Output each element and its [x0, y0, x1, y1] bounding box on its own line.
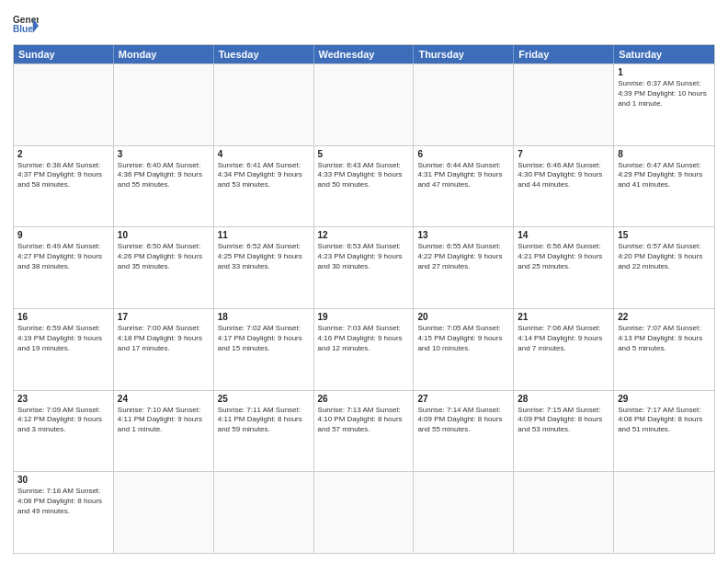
calendar-body: 1Sunrise: 6:37 AM Sunset: 4:39 PM Daylig… [14, 63, 714, 553]
day-info: Sunrise: 6:46 AM Sunset: 4:30 PM Dayligh… [518, 161, 609, 190]
day-number: 22 [618, 312, 711, 322]
day-number: 19 [318, 312, 410, 322]
day-info: Sunrise: 7:07 AM Sunset: 4:13 PM Dayligh… [618, 324, 711, 353]
calendar-day-cell: 24Sunrise: 7:10 AM Sunset: 4:11 PM Dayli… [114, 391, 214, 472]
calendar-header: SundayMondayTuesdayWednesdayThursdayFrid… [14, 45, 714, 63]
calendar-day-cell [414, 472, 514, 553]
day-number: 15 [618, 230, 711, 240]
calendar-day-cell: 2Sunrise: 6:38 AM Sunset: 4:37 PM Daylig… [14, 146, 114, 227]
day-number: 5 [318, 149, 410, 159]
calendar-day-cell: 3Sunrise: 6:40 AM Sunset: 4:36 PM Daylig… [114, 146, 214, 227]
day-info: Sunrise: 6:43 AM Sunset: 4:33 PM Dayligh… [318, 161, 410, 190]
day-number: 7 [518, 149, 609, 159]
calendar-day-cell [14, 64, 114, 145]
svg-text:Blue: Blue [13, 24, 33, 34]
day-info: Sunrise: 6:44 AM Sunset: 4:31 PM Dayligh… [417, 161, 509, 190]
calendar-day-cell: 18Sunrise: 7:02 AM Sunset: 4:17 PM Dayli… [214, 309, 314, 390]
calendar-day-cell: 20Sunrise: 7:05 AM Sunset: 4:15 PM Dayli… [414, 309, 514, 390]
day-number: 17 [118, 312, 210, 322]
day-number: 8 [618, 149, 711, 159]
calendar-day-cell: 28Sunrise: 7:15 AM Sunset: 4:09 PM Dayli… [514, 391, 614, 472]
calendar-day-cell: 21Sunrise: 7:06 AM Sunset: 4:14 PM Dayli… [514, 309, 614, 390]
calendar-week-row: 1Sunrise: 6:37 AM Sunset: 4:39 PM Daylig… [14, 63, 714, 145]
calendar-day-cell [614, 472, 714, 553]
day-number: 2 [17, 149, 109, 159]
day-info: Sunrise: 7:14 AM Sunset: 4:09 PM Dayligh… [417, 406, 509, 435]
calendar-day-cell [514, 472, 614, 553]
calendar-day-cell: 27Sunrise: 7:14 AM Sunset: 4:09 PM Dayli… [414, 391, 514, 472]
calendar-day-cell [314, 472, 415, 553]
calendar: SundayMondayTuesdayWednesdayThursdayFrid… [13, 44, 715, 554]
day-number: 20 [417, 312, 509, 322]
calendar-day-cell: 9Sunrise: 6:49 AM Sunset: 4:27 PM Daylig… [14, 227, 114, 308]
calendar-day-cell: 5Sunrise: 6:43 AM Sunset: 4:33 PM Daylig… [314, 146, 415, 227]
day-info: Sunrise: 6:52 AM Sunset: 4:25 PM Dayligh… [218, 242, 310, 271]
day-number: 9 [17, 230, 109, 240]
day-of-week-header: Tuesday [214, 45, 314, 63]
calendar-day-cell: 10Sunrise: 6:50 AM Sunset: 4:26 PM Dayli… [114, 227, 214, 308]
calendar-day-cell [514, 64, 614, 145]
day-info: Sunrise: 6:59 AM Sunset: 4:19 PM Dayligh… [17, 324, 109, 353]
day-number: 1 [618, 67, 711, 77]
calendar-day-cell: 13Sunrise: 6:55 AM Sunset: 4:22 PM Dayli… [414, 227, 514, 308]
calendar-day-cell [214, 472, 314, 553]
day-number: 26 [318, 394, 410, 404]
calendar-week-row: 9Sunrise: 6:49 AM Sunset: 4:27 PM Daylig… [14, 226, 714, 308]
calendar-day-cell: 12Sunrise: 6:53 AM Sunset: 4:23 PM Dayli… [314, 227, 415, 308]
day-number: 11 [218, 230, 310, 240]
header: General Blue [13, 9, 715, 39]
day-number: 6 [417, 149, 509, 159]
day-of-week-header: Monday [114, 45, 214, 63]
page: General Blue SundayMondayTuesdayWednesda… [0, 0, 728, 563]
day-info: Sunrise: 7:10 AM Sunset: 4:11 PM Dayligh… [118, 406, 210, 435]
day-info: Sunrise: 7:13 AM Sunset: 4:10 PM Dayligh… [318, 406, 410, 435]
calendar-day-cell: 6Sunrise: 6:44 AM Sunset: 4:31 PM Daylig… [414, 146, 514, 227]
day-info: Sunrise: 7:09 AM Sunset: 4:12 PM Dayligh… [17, 406, 109, 435]
calendar-day-cell: 1Sunrise: 6:37 AM Sunset: 4:39 PM Daylig… [614, 64, 714, 145]
calendar-day-cell: 11Sunrise: 6:52 AM Sunset: 4:25 PM Dayli… [214, 227, 314, 308]
day-info: Sunrise: 6:50 AM Sunset: 4:26 PM Dayligh… [118, 242, 210, 271]
day-info: Sunrise: 6:47 AM Sunset: 4:29 PM Dayligh… [618, 161, 711, 190]
day-info: Sunrise: 6:49 AM Sunset: 4:27 PM Dayligh… [17, 242, 109, 271]
calendar-day-cell: 7Sunrise: 6:46 AM Sunset: 4:30 PM Daylig… [514, 146, 614, 227]
calendar-day-cell: 17Sunrise: 7:00 AM Sunset: 4:18 PM Dayli… [114, 309, 214, 390]
day-number: 12 [318, 230, 410, 240]
day-number: 10 [118, 230, 210, 240]
day-number: 14 [518, 230, 609, 240]
day-info: Sunrise: 6:55 AM Sunset: 4:22 PM Dayligh… [417, 242, 509, 271]
day-of-week-header: Sunday [14, 45, 114, 63]
day-number: 29 [618, 394, 711, 404]
day-info: Sunrise: 7:15 AM Sunset: 4:09 PM Dayligh… [518, 406, 609, 435]
day-info: Sunrise: 6:53 AM Sunset: 4:23 PM Dayligh… [318, 242, 410, 271]
day-info: Sunrise: 7:06 AM Sunset: 4:14 PM Dayligh… [518, 324, 609, 353]
day-number: 25 [218, 394, 310, 404]
day-of-week-header: Saturday [614, 45, 714, 63]
day-number: 4 [218, 149, 310, 159]
calendar-day-cell: 25Sunrise: 7:11 AM Sunset: 4:11 PM Dayli… [214, 391, 314, 472]
calendar-day-cell [114, 64, 214, 145]
calendar-day-cell: 4Sunrise: 6:41 AM Sunset: 4:34 PM Daylig… [214, 146, 314, 227]
day-of-week-header: Wednesday [314, 45, 415, 63]
day-info: Sunrise: 7:00 AM Sunset: 4:18 PM Dayligh… [118, 324, 210, 353]
calendar-day-cell [214, 64, 314, 145]
calendar-week-row: 16Sunrise: 6:59 AM Sunset: 4:19 PM Dayli… [14, 308, 714, 390]
day-info: Sunrise: 7:11 AM Sunset: 4:11 PM Dayligh… [218, 406, 310, 435]
day-of-week-header: Thursday [414, 45, 514, 63]
calendar-day-cell: 19Sunrise: 7:03 AM Sunset: 4:16 PM Dayli… [314, 309, 415, 390]
day-number: 18 [218, 312, 310, 322]
calendar-day-cell: 30Sunrise: 7:18 AM Sunset: 4:08 PM Dayli… [14, 472, 114, 553]
calendar-day-cell [314, 64, 415, 145]
day-number: 24 [118, 394, 210, 404]
calendar-day-cell: 8Sunrise: 6:47 AM Sunset: 4:29 PM Daylig… [614, 146, 714, 227]
calendar-day-cell [414, 64, 514, 145]
day-info: Sunrise: 6:38 AM Sunset: 4:37 PM Dayligh… [17, 161, 109, 190]
day-number: 21 [518, 312, 609, 322]
day-info: Sunrise: 7:05 AM Sunset: 4:15 PM Dayligh… [417, 324, 509, 353]
day-info: Sunrise: 6:41 AM Sunset: 4:34 PM Dayligh… [218, 161, 310, 190]
calendar-week-row: 30Sunrise: 7:18 AM Sunset: 4:08 PM Dayli… [14, 471, 714, 553]
day-info: Sunrise: 7:03 AM Sunset: 4:16 PM Dayligh… [318, 324, 410, 353]
calendar-week-row: 2Sunrise: 6:38 AM Sunset: 4:37 PM Daylig… [14, 145, 714, 227]
day-number: 16 [17, 312, 109, 322]
day-number: 28 [518, 394, 609, 404]
calendar-day-cell: 15Sunrise: 6:57 AM Sunset: 4:20 PM Dayli… [614, 227, 714, 308]
